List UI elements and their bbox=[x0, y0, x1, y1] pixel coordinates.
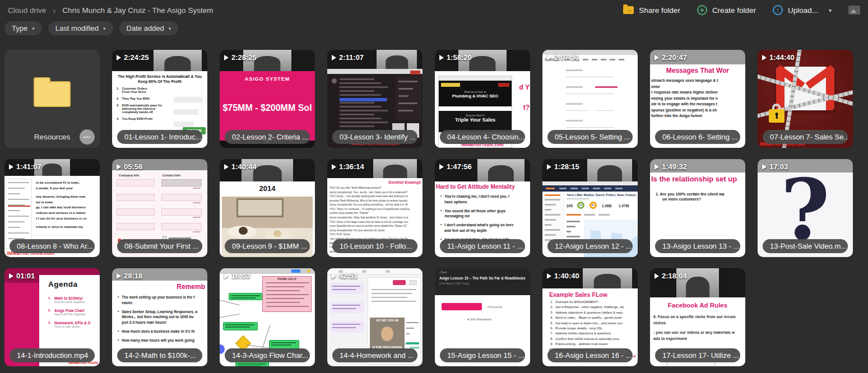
text-line-bar bbox=[266, 306, 309, 307]
folder-tile[interactable]: Resources⋯ bbox=[4, 50, 100, 148]
upload-button[interactable]: ↑ Upload... ▾ bbox=[773, 5, 832, 15]
video-tile[interactable]: 2:07:5105-Lesson 5- Setting ... bbox=[542, 50, 638, 148]
play-icon bbox=[224, 273, 229, 279]
file-name-pill: 13-Asigo Lesson 13 - ... bbox=[655, 239, 740, 253]
person-silhouette bbox=[253, 165, 282, 181]
webcam-thumb bbox=[477, 159, 524, 181]
duration-badge: 1:40:44 bbox=[224, 162, 257, 171]
video-tile[interactable]: to be considered #1 in town,e media. If … bbox=[4, 159, 100, 257]
meme-text-top: AT DO YOU M bbox=[370, 319, 405, 322]
slide-line: messaging me bbox=[444, 213, 505, 219]
form-field bbox=[117, 223, 155, 230]
thumb-shape: 8. bbox=[547, 337, 553, 342]
slide-line: sponse (positive or negative) is a ch bbox=[651, 108, 745, 114]
text-line-bar bbox=[174, 97, 203, 102]
file-name-pill: 02-Lesson 2- Criteria ... bbox=[225, 130, 310, 144]
video-tile[interactable]: Dentist ExamplYOU: Do you offer Teeth Wh… bbox=[327, 159, 423, 257]
video-tile[interactable]: Hard to Get Attitude Mentality•You're ch… bbox=[435, 159, 530, 257]
bullet-lines: How many man hours will you work going bbox=[122, 338, 194, 343]
video-tile[interactable]: iMwarriorTools.com1:44:4007-Lesson 7- Sa… bbox=[758, 50, 853, 148]
file-name-pill: 01-Lesson 1- Introduc... bbox=[117, 130, 202, 144]
breadcrumb: Cloud drive › Chris Munch & Jay Cruiz - … bbox=[8, 6, 213, 15]
video-tile[interactable]: ?17:0313-Post-Sale Video.m... bbox=[758, 159, 853, 257]
chevron-down-icon[interactable]: ▾ bbox=[829, 7, 832, 13]
form-col-header: Contact Info bbox=[163, 174, 180, 177]
site-heading: Plumbing & HVAC SEO bbox=[439, 94, 512, 99]
duration-text: 1:49:32 bbox=[662, 162, 687, 171]
char-count-bar bbox=[193, 188, 201, 189]
video-tile[interactable]: iMwarriorTools.com2:11:0703-Lesson 3- Id… bbox=[327, 50, 423, 148]
toolbar-icon bbox=[386, 270, 390, 273]
text-line-bar bbox=[8, 227, 20, 228]
nav-link-bar bbox=[559, 188, 567, 189]
video-tile[interactable]: ASIGO SYSTEM$75MM - $200MM Sol2:28:2502-… bbox=[220, 50, 315, 148]
slide-line: just 2-3 hours man hours! bbox=[122, 320, 197, 325]
slide-line: How many man hours will you work going bbox=[122, 338, 194, 343]
flow-node-green bbox=[229, 293, 263, 300]
slide-bullet: •I don't understand what's going on here… bbox=[440, 222, 530, 234]
slide-heading: Facebook Ad Rules bbox=[650, 302, 745, 309]
doc-line: t I can do for your business is so bbox=[36, 216, 99, 222]
create-folder-button[interactable]: + Create folder bbox=[697, 5, 756, 15]
video-tile[interactable]: ‹ BackAsigo Lesson 15 – The Path So Far … bbox=[435, 268, 530, 366]
char-count-bar bbox=[193, 217, 201, 218]
dialog-line: Jenny (receptionist): Yes - we do - can … bbox=[329, 190, 423, 195]
doc-lines: to be considered #1 in town,e media. If … bbox=[36, 180, 99, 230]
bullet-lines: Sales Seeker Setup, Learning Responses, … bbox=[122, 309, 197, 325]
video-tile[interactable]: Is the relationship set up1. Are you 100… bbox=[650, 159, 745, 257]
video-tile[interactable]: AT DO YOU MN THE DISCUSSIONand I like th… bbox=[327, 268, 423, 366]
breadcrumb-root[interactable]: Cloud drive bbox=[8, 6, 46, 15]
person-silhouette bbox=[597, 165, 622, 181]
thumb-shape: Get lead to open & share info... and inv… bbox=[555, 321, 623, 326]
text-line-bar bbox=[332, 327, 356, 328]
more-options-button[interactable]: ⋯ bbox=[80, 129, 95, 144]
filter-date-added[interactable]: Date added▾ bbox=[119, 21, 179, 35]
slide-line: further into the Asigo funnel bbox=[651, 113, 745, 119]
form-field bbox=[161, 179, 202, 186]
file-name-pill: 04-Lesson 4- Choosin... bbox=[440, 130, 525, 144]
video-tile[interactable]: PHONE CALLS16:0314-3-Asigo Flow Char... bbox=[220, 268, 315, 366]
thumb-shape: 2. bbox=[48, 309, 51, 316]
video-tile[interactable]: Facebook Ad Rules6. Focus on a specific … bbox=[650, 268, 745, 366]
video-tile[interactable]: The High Profit Service is Automaticall … bbox=[112, 50, 207, 148]
person-silhouette bbox=[686, 277, 709, 297]
video-tile[interactable]: 20141:40:4409-Lesson 9 - $1MM ... bbox=[220, 159, 315, 257]
homework-link: Homework bbox=[488, 305, 502, 309]
filter-type[interactable]: Type▾ bbox=[4, 21, 42, 35]
video-tile[interactable]: Messages That Worutreach messages uses l… bbox=[650, 50, 745, 148]
duration-badge: 1:44:40 bbox=[762, 53, 795, 62]
slide-line: You're chasing me, I don't need you. I bbox=[444, 194, 509, 199]
play-icon bbox=[762, 55, 767, 60]
duration-badge: 2:28:25 bbox=[224, 53, 257, 62]
thumb-shape: • bbox=[440, 194, 442, 205]
video-tile[interactable]: Company InfoContact Info05:5808-Submit Y… bbox=[112, 159, 207, 257]
site-logo bbox=[498, 83, 509, 87]
video-tile[interactable]: Rememb•The work setting up your business… bbox=[112, 268, 207, 366]
filter-last-modified[interactable]: Last modified▾ bbox=[48, 21, 113, 35]
webcam-thumb bbox=[377, 50, 417, 69]
text-line-bar bbox=[546, 188, 555, 189]
video-tile[interactable]: Example Sales FLow1.Outreach for ENGAGEM… bbox=[542, 268, 638, 366]
metric: 1.07M bbox=[619, 204, 629, 208]
post-sub: Chris Munch, CEO - Asigo bbox=[439, 282, 526, 285]
avatar bbox=[332, 78, 337, 83]
video-tile[interactable]: Yahoo | Mail, Weather, Search, Politics,… bbox=[542, 159, 638, 257]
thumb-shape: • bbox=[440, 208, 442, 220]
thumb-shape: 7. bbox=[547, 331, 553, 336]
video-tile[interactable]: Agenda1.Math to $100k/yrAnd the work req… bbox=[4, 268, 100, 366]
metric: 245 bbox=[567, 204, 573, 208]
thumb-shape: 81 bbox=[592, 204, 595, 207]
text-line-bar bbox=[545, 199, 560, 201]
donut-green: 62 bbox=[577, 202, 584, 209]
play-icon bbox=[224, 55, 229, 60]
red-button bbox=[410, 71, 420, 74]
play-icon bbox=[655, 273, 659, 279]
video-tile[interactable]: What we do here atPlumbing & HVAC SEODis… bbox=[435, 50, 530, 148]
thumb-shape: 4. bbox=[547, 315, 553, 320]
share-folder-button[interactable]: Share folder bbox=[623, 6, 680, 15]
image-view-button[interactable] bbox=[848, 6, 860, 15]
thumb-shape: 1. bbox=[117, 87, 119, 94]
thumb-shape: 1. bbox=[547, 300, 553, 305]
site-line: Triple Your Sales bbox=[439, 117, 512, 123]
text-line-bar bbox=[340, 106, 381, 108]
